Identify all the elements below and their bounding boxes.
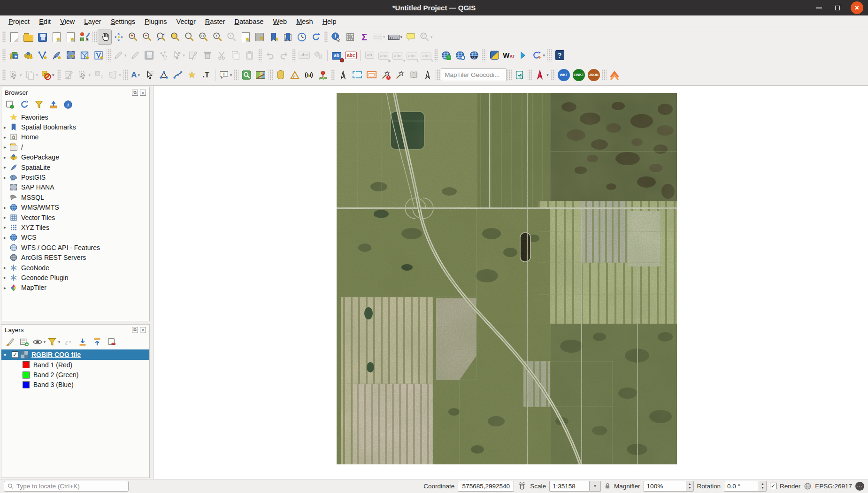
add-geopackage-layer-button[interactable]: ★ (21, 48, 35, 63)
change-label-properties-button[interactable]: abc✎ (419, 48, 433, 63)
toolbar-grip[interactable] (123, 69, 128, 81)
vertex-tool-button[interactable]: ▾ (170, 48, 187, 63)
auto-select-wand-button[interactable]: ! (378, 68, 392, 83)
select-by-value-button[interactable]: ▾ (23, 68, 40, 83)
expand-arrow-icon[interactable]: ▸ (4, 175, 9, 180)
toolbar-grip[interactable] (324, 31, 328, 43)
add-mesh-layer-button[interactable]: ★ (77, 48, 92, 63)
open-layer-styling-button[interactable] (5, 337, 15, 347)
menu-help[interactable]: Help (318, 17, 341, 26)
show-hide-labels-button[interactable]: abc◉ (376, 48, 391, 63)
change-label-button[interactable]: abc (344, 48, 358, 63)
layers-float-button[interactable]: ⧉ (132, 327, 138, 333)
quickosm-button[interactable] (253, 68, 268, 83)
copy-features-button[interactable] (229, 48, 243, 63)
browser-item-favorites[interactable]: ★Favorites (1, 112, 149, 122)
toolbar-grip[interactable] (528, 69, 532, 81)
statistical-summary-button[interactable] (343, 30, 357, 45)
delete-selected-button[interactable] (200, 48, 215, 63)
browser-item-geopackage[interactable]: ▸GeoPackage (1, 152, 149, 162)
browser-item-geonode-plugin[interactable]: ▸Geonode Plugin (1, 273, 149, 282)
browser-item-mssql[interactable]: MSSQL (1, 192, 149, 202)
deselect-features-button[interactable]: ▾ (39, 68, 56, 83)
temporal-controller-button[interactable] (295, 30, 309, 45)
pan-to-selection-button[interactable] (112, 30, 126, 45)
browser-item-root[interactable]: ▸/ (1, 142, 149, 152)
crs-globe-icon[interactable] (804, 482, 812, 490)
menu-raster[interactable]: Raster (200, 17, 230, 26)
expand-arrow-icon[interactable]: ▸ (4, 144, 9, 150)
redo-button[interactable] (277, 48, 291, 63)
filter-by-expression-button[interactable]: ε▾ (63, 337, 73, 347)
refresh-browser-button[interactable] (20, 100, 29, 109)
lock-icon[interactable] (604, 482, 611, 490)
expand-arrow-icon[interactable]: ▸ (4, 225, 9, 230)
expand-arrow-icon[interactable]: ▸ (4, 135, 9, 140)
toggle-editing-button[interactable] (128, 48, 142, 63)
modify-attributes-button[interactable] (186, 48, 200, 63)
plugin-reloader-button[interactable]: ▾ (530, 48, 546, 63)
add-spatialite-layer-button[interactable]: ★ (49, 48, 63, 63)
identify-features-button[interactable]: i (329, 30, 343, 45)
toolbar-grip[interactable] (57, 69, 61, 81)
toolbar-grip[interactable] (2, 49, 6, 61)
add-virtual-layer-button[interactable]: ★ (92, 48, 106, 63)
measure-angle-tool-button[interactable] (288, 68, 302, 83)
metasearch-new-service-button[interactable]: + (439, 48, 453, 63)
gps-tools-button[interactable] (302, 68, 316, 83)
magnifier-spinbox[interactable]: 100% ▲▼ (644, 481, 694, 492)
pan-map-button[interactable] (98, 30, 112, 45)
feature-actions-button[interactable]: ▾ (418, 30, 434, 45)
crs-indicator[interactable]: EPSG:26917 (815, 483, 852, 490)
annotation-layer-button[interactable]: A▾ (129, 68, 143, 83)
python-console-button[interactable] (487, 48, 501, 63)
atlas-add-page-button[interactable] (407, 68, 421, 83)
menu-edit[interactable]: Edit (34, 17, 55, 26)
check-geometries-button[interactable] (513, 68, 527, 83)
show-layout-manager-button[interactable]: ★ (63, 30, 77, 45)
toolbar-grip[interactable] (92, 31, 97, 43)
layer-band-row[interactable]: Band 2 (Green) (1, 370, 149, 379)
new-spatial-bookmark-button[interactable]: ★ (267, 30, 281, 45)
create-marker-annotation-button[interactable]: ★ (185, 68, 199, 83)
messages-button[interactable]: ⋯ (855, 482, 864, 491)
scale-input[interactable]: 1:35158 (549, 481, 590, 492)
toolbar-grip[interactable] (436, 69, 440, 81)
rotation-value[interactable]: 0.0 ° (724, 481, 759, 492)
browser-item-home[interactable]: ▸Home (1, 132, 149, 142)
new-map-view-button[interactable]: ★ (238, 30, 253, 45)
new-3d-map-view-button[interactable]: ★ (253, 30, 267, 45)
expand-arrow-icon[interactable]: ▸ (4, 285, 9, 290)
save-layer-edits-button[interactable] (142, 48, 156, 63)
layer-visibility-checkbox[interactable]: ✓ (12, 351, 18, 358)
expand-all-layers-button[interactable] (78, 337, 87, 347)
extent-rectangle-button[interactable] (350, 68, 364, 83)
layer-diagram-options-button[interactable] (311, 48, 325, 63)
show-properties-button[interactable]: i (63, 100, 73, 109)
toolbar-grip[interactable] (547, 49, 552, 61)
menu-project[interactable]: Project (4, 17, 34, 26)
paste-features-button[interactable] (243, 48, 257, 63)
show-map-tips-button[interactable] (404, 30, 418, 45)
expand-arrow-icon[interactable]: ▸ (4, 235, 9, 240)
browser-float-button[interactable]: ⧉ (132, 90, 138, 96)
copy-as-ewkt-button[interactable]: EWKT (571, 68, 586, 83)
expand-arrow-icon[interactable]: ▸ (4, 155, 9, 160)
multiedit-attributes-button[interactable]: ε (92, 68, 106, 83)
toolbar-grip[interactable] (331, 69, 335, 81)
copy-as-wkt-button[interactable]: WKT (556, 68, 571, 83)
expand-arrow-icon[interactable]: ▸ (4, 265, 9, 270)
add-vector-layer-button[interactable]: ★ (35, 48, 49, 63)
digitize-with-segment-button[interactable] (156, 48, 170, 63)
menu-vector[interactable]: Vector (172, 17, 200, 26)
remove-layer-button[interactable] (107, 337, 116, 347)
move-feature-button[interactable]: ▾ (76, 68, 92, 83)
cut-features-button[interactable] (215, 48, 229, 63)
toolbar-grip[interactable] (2, 31, 6, 43)
toolbar-grip[interactable] (234, 69, 238, 81)
browser-close-button[interactable]: × (140, 90, 146, 96)
menu-plugins[interactable]: Plugins (140, 17, 172, 26)
manage-map-themes-button[interactable]: ▾ (34, 337, 44, 347)
scale-dropdown-button[interactable]: ▾ (590, 481, 601, 492)
toolbar-grip[interactable] (2, 69, 6, 81)
